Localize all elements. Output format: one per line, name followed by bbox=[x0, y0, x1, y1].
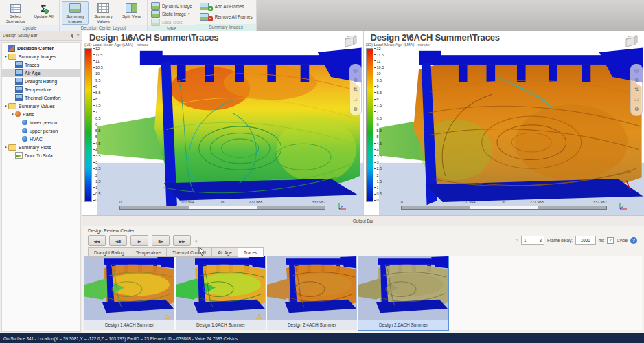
chevron-down-icon[interactable]: ▾ bbox=[188, 12, 190, 16]
tree-item-icon bbox=[15, 61, 23, 68]
box-zoom-icon[interactable]: □ bbox=[354, 97, 357, 102]
tree-item-summary-plots[interactable]: ▾ Summary Plots bbox=[2, 143, 80, 151]
tab-thermal-comfort[interactable]: Thermal Comfort bbox=[166, 247, 211, 257]
thumbnail-image[interactable]: ⚠ bbox=[84, 256, 174, 320]
select-scenarios-icon bbox=[10, 3, 21, 13]
legend-tick: 5.5 bbox=[93, 129, 103, 133]
ribbon-empty-area bbox=[257, 0, 644, 31]
select-scenarios-button[interactable]: Select Scenarios bbox=[2, 1, 29, 25]
thumbnail-label: Design 1:4ACH Summer bbox=[84, 320, 174, 330]
tree-item-air-age[interactable]: Air Age bbox=[2, 69, 80, 77]
scroll-right-icon[interactable]: > bbox=[515, 237, 518, 243]
frame-delay-input[interactable] bbox=[575, 236, 596, 245]
legend-tick: 11 bbox=[374, 59, 384, 63]
pin-icon[interactable] bbox=[71, 34, 73, 37]
add-frames-icon bbox=[200, 3, 209, 10]
legend-tick: 2.5 bbox=[93, 167, 103, 170]
steering-wheel-icon[interactable]: ⊗ bbox=[634, 107, 639, 112]
viewport-design-2: Design 2\6ACH Summer\Traces bbox=[364, 31, 644, 215]
sigma-icon bbox=[41, 3, 47, 13]
help-icon[interactable]: ? bbox=[630, 237, 637, 244]
orbit-icon[interactable]: ◎ bbox=[353, 68, 358, 74]
summary-values-button[interactable]: Summary Values bbox=[90, 1, 117, 25]
tree-item-icon bbox=[15, 94, 23, 101]
dynamic-image-button[interactable]: Dynamic Image bbox=[150, 2, 194, 9]
thumbnail-design-1-4ach-summer[interactable]: ⚠ Design 1:4ACH Summer bbox=[84, 256, 174, 330]
static-image-button[interactable]: Static Image ▾ bbox=[150, 10, 192, 17]
tab-temperature[interactable]: Temperature bbox=[130, 247, 167, 257]
ribbon-group-label-frames: Summary Images bbox=[196, 24, 256, 31]
tree-item-thermal-comfort[interactable]: Thermal Comfort bbox=[2, 93, 80, 102]
frame-controls: > 1 3 Frame delay: ms ✓ Cycle ? bbox=[515, 236, 637, 245]
tree-item-traces[interactable]: Traces bbox=[2, 60, 80, 69]
pan-icon[interactable]: ⊕ bbox=[353, 78, 358, 83]
legend-tick: 5 bbox=[93, 135, 103, 139]
panel-header: Design Study Bar × bbox=[0, 31, 82, 41]
thumbnail-design-2-6ach-summer[interactable]: Design 2:6ACH Summer bbox=[358, 256, 448, 330]
thumbnail-design-1-6ach-summer[interactable]: ⚠ Design 1:6ACH Summer bbox=[176, 256, 266, 330]
playback-step-forward-button[interactable]: ▮▶ bbox=[152, 235, 170, 246]
legend-tick: 8 bbox=[374, 98, 384, 101]
steering-wheel-icon[interactable]: ⊗ bbox=[353, 107, 358, 112]
tree-item-decision-center[interactable]: Decision Center bbox=[2, 44, 80, 52]
tree-item-door-to-sofa[interactable]: Door To Sofa bbox=[2, 151, 80, 159]
remove-all-frames-button[interactable]: Remove All Frames bbox=[198, 12, 254, 21]
frame-thumbnails: ⚠ Design 1:4ACH Summer bbox=[84, 256, 642, 330]
expand-chevron-icon: ▾ bbox=[3, 54, 8, 58]
scale-bar: 0 110.994 in 221.988 332.982 bbox=[119, 200, 325, 210]
tree-item-label: Summary Images bbox=[19, 54, 56, 59]
review-panel-title: Design Review Center bbox=[88, 228, 135, 233]
box-zoom-icon[interactable]: □ bbox=[635, 97, 639, 102]
legend-tick: 0 bbox=[93, 199, 103, 202]
legend-tick: 4.5 bbox=[93, 142, 103, 145]
view-cube[interactable] bbox=[622, 34, 640, 51]
tab-draught-rating[interactable]: Draught Rating bbox=[88, 247, 130, 257]
legend-tick: 1.5 bbox=[93, 179, 103, 183]
cycle-checkbox[interactable]: ✓ bbox=[607, 237, 614, 244]
thumbnail-image[interactable] bbox=[358, 256, 448, 320]
pan-icon[interactable]: ⊕ bbox=[634, 78, 639, 83]
playback-last-button[interactable]: ▶▶ bbox=[173, 235, 191, 246]
tree-item-hvac[interactable]: HVAC bbox=[2, 135, 80, 143]
orbit-icon[interactable]: ◎ bbox=[634, 68, 639, 74]
picture-icon bbox=[69, 3, 81, 13]
update-all-button[interactable]: Update All bbox=[30, 1, 57, 25]
tab-traces[interactable]: Traces bbox=[238, 247, 264, 257]
summary-images-button[interactable]: Summary Images bbox=[62, 1, 89, 25]
output-bar-label: Output Bar bbox=[353, 219, 373, 223]
view-cube[interactable] bbox=[341, 34, 359, 51]
thumbnail-image[interactable] bbox=[267, 256, 357, 320]
panel-title: Design Study Bar bbox=[3, 33, 38, 38]
tree-item-upper-person[interactable]: upper person bbox=[2, 126, 80, 135]
tree-item-temperature[interactable]: Temperature bbox=[2, 85, 80, 93]
zoom-icon[interactable]: ⇅ bbox=[353, 87, 358, 93]
tree-item-lower-person[interactable]: lower person bbox=[2, 118, 80, 126]
frame-current: 1 bbox=[524, 238, 527, 243]
playback-play-button[interactable]: ▶ bbox=[130, 235, 148, 246]
legend-tick: 5.5 bbox=[374, 129, 384, 133]
thumbnail-image[interactable]: ⚠ bbox=[176, 256, 266, 320]
split-view-icon bbox=[126, 3, 137, 13]
scroll-left-icon[interactable]: < bbox=[194, 238, 198, 244]
legend-tick: 10.5 bbox=[374, 66, 384, 69]
table-icon bbox=[97, 3, 109, 13]
playback-first-button[interactable]: ◀◀ bbox=[88, 235, 106, 246]
expand-chevron-icon: ▾ bbox=[3, 104, 8, 108]
tab-air-age[interactable]: Air Age bbox=[211, 247, 238, 257]
add-all-frames-button[interactable]: Add All Frames bbox=[198, 2, 246, 11]
tree-item-draught-rating[interactable]: Draught Rating bbox=[2, 77, 80, 85]
playback-step-back-button[interactable]: ◀▮ bbox=[109, 235, 127, 246]
tree-item-summary-images[interactable]: ▾ Summary Images bbox=[2, 52, 80, 60]
output-bar[interactable]: Output Bar bbox=[82, 215, 644, 227]
tree-item-summary-values[interactable]: ▾ Summary Values bbox=[2, 102, 80, 110]
decision-center-tree: Decision Center ▾ Summary Images Traces bbox=[1, 42, 81, 332]
split-view-button[interactable]: Split View bbox=[118, 1, 145, 25]
legend-tick: 10 bbox=[93, 72, 103, 76]
dynamic-image-icon bbox=[151, 2, 160, 10]
viewport-title: Design 2\6ACH Summer\Traces bbox=[371, 32, 500, 43]
tree-item-parts[interactable]: ▾ Parts bbox=[2, 110, 80, 118]
close-icon[interactable]: × bbox=[76, 33, 80, 38]
thumbnail-design-2-4ach-summer[interactable]: Design 2:4ACH Summer bbox=[267, 256, 357, 330]
zoom-icon[interactable]: ⇅ bbox=[634, 87, 639, 93]
legend-tick: 8.5 bbox=[93, 91, 103, 94]
